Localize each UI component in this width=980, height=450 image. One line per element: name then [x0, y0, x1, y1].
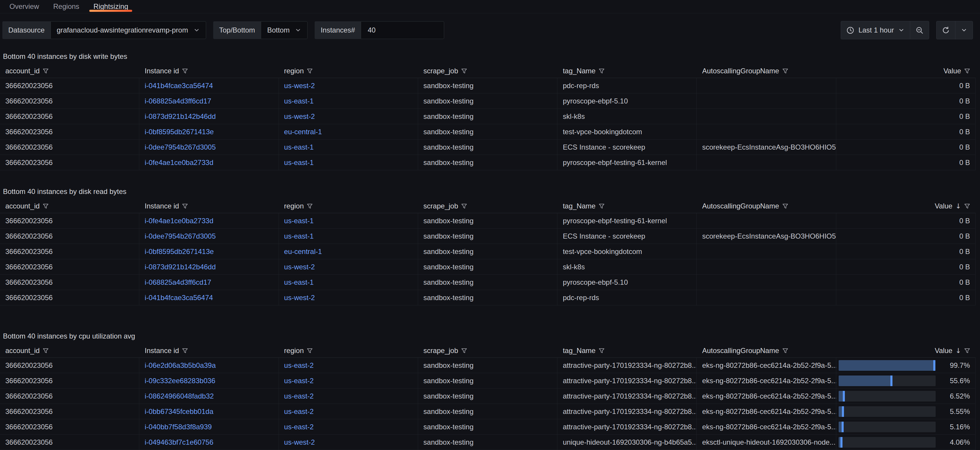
instance-link[interactable]: i-0dee7954b267d3005 [145, 143, 216, 151]
filter-icon[interactable] [43, 68, 49, 74]
filter-icon[interactable] [964, 348, 970, 354]
instance-link[interactable]: i-06e2d06a3b5b0a39a [145, 361, 216, 370]
panel-title-disk-read-bytes[interactable]: Bottom 40 instances by disk read bytes [3, 187, 980, 196]
filter-icon[interactable] [782, 348, 788, 354]
column-header-tag_name[interactable]: tag_Name [557, 199, 697, 213]
table-header-row: account_idInstance idregionscrape_jobtag… [0, 199, 975, 213]
instance-link[interactable]: i-040bb7f58d3f8a939 [145, 423, 212, 431]
filter-icon[interactable] [461, 68, 467, 74]
instance-link[interactable]: i-0dee7954b267d3005 [145, 232, 216, 240]
datasource-select[interactable]: grafanacloud-awsintegrationrevamp-prom [51, 21, 206, 39]
region-link[interactable]: us-west-2 [284, 263, 315, 271]
column-header-instance_id[interactable]: Instance id [139, 199, 278, 213]
column-header-label: scrape_job [423, 67, 458, 75]
column-header-asg[interactable]: AutoscallingGroupName [697, 199, 836, 213]
column-header-region[interactable]: region [279, 199, 418, 213]
filter-icon[interactable] [782, 203, 788, 209]
filter-icon[interactable] [43, 348, 49, 354]
instance-link[interactable]: i-0bf8595db2671413e [145, 128, 214, 136]
region-link[interactable]: eu-central-1 [284, 128, 322, 136]
instance-link[interactable]: i-0fe4ae1ce0ba2733d [145, 217, 213, 225]
column-header-region[interactable]: region [279, 344, 418, 358]
region-link[interactable]: eu-central-1 [284, 248, 322, 256]
tab-rightsizing[interactable]: Rightsizing [86, 0, 135, 13]
zoom-out-button[interactable] [910, 21, 929, 39]
region-link[interactable]: us-east-2 [284, 361, 314, 370]
region-link[interactable]: us-east-2 [284, 392, 314, 400]
filter-icon[interactable] [182, 68, 188, 74]
instance-link[interactable]: i-09c332ee68283b036 [145, 377, 215, 385]
panel-title-disk-write-bytes[interactable]: Bottom 40 instances by disk write bytes [3, 52, 980, 61]
region-link[interactable]: us-east-1 [284, 159, 314, 167]
cell-instance-id: i-06e2d06a3b5b0a39a [139, 358, 278, 373]
region-link[interactable]: us-east-2 [284, 407, 314, 416]
instance-link[interactable]: i-08624966048fadb32 [145, 392, 214, 400]
instance-link[interactable]: i-0fe4ae1ce0ba2733d [145, 159, 213, 167]
filter-icon[interactable] [782, 68, 788, 74]
column-header-account_id[interactable]: account_id [0, 64, 139, 78]
cpu-bar-fill [838, 406, 844, 417]
column-header-tag_name[interactable]: tag_Name [557, 64, 697, 78]
region-link[interactable]: us-east-1 [284, 97, 314, 105]
filter-icon[interactable] [598, 348, 605, 354]
filter-icon[interactable] [598, 203, 605, 209]
refresh-interval-button[interactable] [955, 21, 973, 39]
column-header-asg[interactable]: AutoscallingGroupName [697, 64, 836, 78]
tab-overview[interactable]: Overview [2, 0, 46, 13]
table-row: 366620023056i-0873d921b142b46ddus-west-2… [0, 259, 975, 275]
filter-icon[interactable] [964, 203, 970, 209]
column-header-scrape_job[interactable]: scrape_job [418, 344, 557, 358]
region-link[interactable]: us-east-2 [284, 423, 314, 431]
column-header-value[interactable]: Value↓ [836, 199, 975, 213]
instance-link[interactable]: i-041b4fcae3ca56474 [145, 294, 213, 302]
tab-regions[interactable]: Regions [46, 0, 86, 13]
cell-instance-id: i-040bb7f58d3f8a939 [139, 419, 278, 434]
instance-link[interactable]: i-0873d921b142b46dd [145, 112, 216, 121]
region-link[interactable]: us-west-2 [284, 82, 315, 90]
instance-link[interactable]: i-0bf8595db2671413e [145, 248, 214, 256]
filter-icon[interactable] [307, 348, 313, 354]
region-link[interactable]: us-west-2 [284, 294, 315, 302]
cell-region: us-west-2 [279, 435, 418, 450]
filter-icon[interactable] [307, 203, 313, 209]
filter-icon[interactable] [182, 348, 188, 354]
instance-link[interactable]: i-0873d921b142b46dd [145, 263, 216, 271]
instance-link[interactable]: i-049463bf7c1e60756 [145, 438, 213, 447]
region-link[interactable]: us-east-2 [284, 377, 314, 385]
panel-title-cpu-utilization-avg[interactable]: Bottom 40 instances by cpu utilization a… [3, 331, 980, 341]
column-header-value[interactable]: Value↓ [836, 344, 975, 358]
filter-icon[interactable] [598, 68, 605, 74]
region-link[interactable]: us-west-2 [284, 112, 315, 121]
filter-icon[interactable] [461, 348, 467, 354]
column-header-instance_id[interactable]: Instance id [139, 344, 278, 358]
region-link[interactable]: us-east-1 [284, 232, 314, 240]
region-link[interactable]: us-east-1 [284, 217, 314, 225]
refresh-button[interactable] [937, 21, 955, 39]
instance-link[interactable]: i-041b4fcae3ca56474 [145, 82, 213, 90]
column-header-tag_name[interactable]: tag_Name [557, 344, 697, 358]
instance-link[interactable]: i-068825a4d3ff6cd17 [145, 278, 211, 286]
filter-icon[interactable] [461, 203, 467, 209]
top-bottom-select[interactable]: Bottom [261, 21, 307, 39]
column-header-scrape_job[interactable]: scrape_job [418, 64, 557, 78]
column-header-account_id[interactable]: account_id [0, 199, 139, 213]
filter-icon[interactable] [182, 203, 188, 209]
filter-icon[interactable] [307, 68, 313, 74]
cell-tag-name: skl-k8s [557, 259, 697, 274]
table-header-row: account_idInstance idregionscrape_jobtag… [0, 64, 975, 78]
column-header-account_id[interactable]: account_id [0, 344, 139, 358]
filter-icon[interactable] [964, 68, 970, 74]
region-link[interactable]: us-east-1 [284, 278, 314, 286]
column-header-value[interactable]: Value [836, 64, 975, 78]
column-header-asg[interactable]: AutoscallingGroupName [697, 344, 836, 358]
filter-icon[interactable] [43, 203, 49, 209]
instance-link[interactable]: i-068825a4d3ff6cd17 [145, 97, 211, 105]
column-header-region[interactable]: region [279, 64, 418, 78]
instances-input[interactable] [367, 26, 433, 35]
instance-link[interactable]: i-0bb67345fcebb01da [145, 407, 213, 416]
region-link[interactable]: us-east-1 [284, 143, 314, 151]
column-header-instance_id[interactable]: Instance id [139, 64, 278, 78]
region-link[interactable]: us-west-2 [284, 438, 315, 447]
column-header-scrape_job[interactable]: scrape_job [418, 199, 557, 213]
time-range-button[interactable]: Last 1 hour [841, 21, 910, 39]
